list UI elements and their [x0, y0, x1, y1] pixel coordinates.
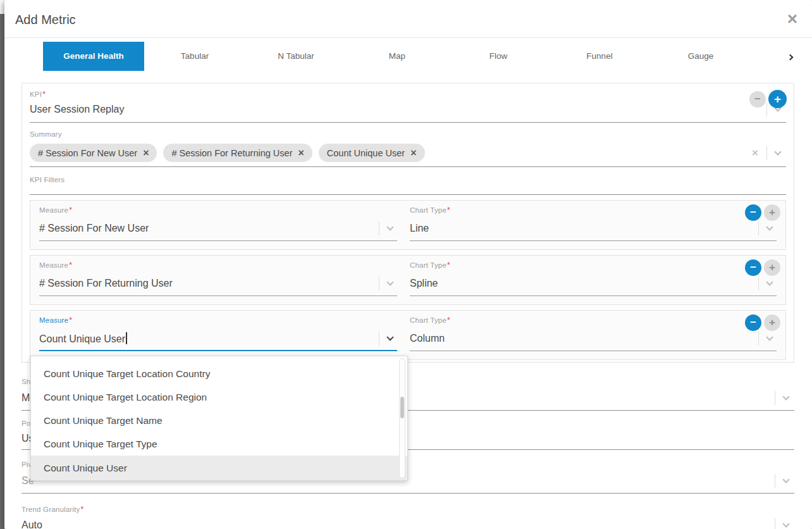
required-mark: * [69, 206, 72, 215]
add-measure-button[interactable]: + [764, 204, 780, 221]
measure-select[interactable]: # Session For New User [39, 216, 397, 241]
chart-type-select[interactable]: Line [410, 216, 777, 241]
trend-granularity-field: Trend Granularity* Auto [22, 505, 794, 529]
kpi-value: User Session Replay [30, 104, 766, 115]
chart-type-field: Chart Type* Line [410, 206, 777, 241]
text-cursor [126, 332, 127, 344]
tab-flow[interactable]: Flow [448, 42, 549, 71]
divider [758, 221, 759, 235]
measure-select[interactable]: # Session For Returning User [39, 271, 397, 296]
add-kpi-button[interactable]: + [768, 90, 787, 108]
divider [775, 518, 775, 529]
required-mark: * [42, 90, 46, 99]
divider [379, 332, 379, 345]
tab-tabular[interactable]: Tabular [144, 42, 245, 71]
remove-measure-button[interactable]: − [745, 204, 761, 221]
chart-type-label: Chart Type* [410, 316, 777, 326]
tab-general-health[interactable]: General Health [43, 42, 144, 71]
dialog-title: Add Metric [15, 13, 797, 27]
divider [775, 391, 775, 405]
dropdown-item[interactable]: Count Unique Target Name [31, 409, 407, 432]
kpi-filters-field: KPI Filters [30, 176, 786, 195]
trend-granularity-value: Auto [22, 520, 775, 529]
required-mark: * [447, 316, 450, 325]
divider [758, 277, 759, 290]
chart-type-label: Chart Type* [410, 261, 777, 271]
required-mark: * [69, 261, 72, 270]
page-backdrop [0, 14, 4, 529]
kpi-field: KPI* User Session Replay [30, 90, 786, 123]
chip-label: Count Unique User [327, 148, 405, 158]
kpi-filters-input[interactable] [30, 186, 786, 195]
dropdown-item-selected[interactable]: Count Unique User [31, 456, 407, 481]
chevron-down-icon[interactable] [766, 333, 773, 340]
dropdown-scrollbar-thumb[interactable] [400, 397, 404, 418]
chart-type-select[interactable]: Spline [410, 271, 777, 296]
chip-remove-icon[interactable]: × [410, 148, 416, 158]
measure-field: Measure* Count Unique User [39, 316, 397, 351]
divider [775, 474, 775, 488]
dropdown-item[interactable]: Count Unique Target Location Region [31, 385, 407, 409]
summary-chip: Count Unique User× [319, 144, 425, 162]
measure-row-actions: − + [745, 204, 780, 221]
measure-value: # Session For New User [39, 223, 379, 234]
chart-type-field: Chart Type* Spline [410, 261, 777, 296]
measure-label: Measure* [39, 316, 397, 326]
measure-combobox-input[interactable]: Count Unique User [39, 326, 397, 351]
required-mark: * [80, 505, 83, 514]
measure-field: Measure* # Session For Returning User [39, 261, 397, 296]
measure-label: Measure* [39, 206, 397, 216]
measure-value: Count Unique User [39, 332, 379, 345]
chart-type-select[interactable]: Column [410, 326, 777, 351]
dropdown-scrollbar[interactable] [399, 358, 405, 478]
chevron-down-icon[interactable] [386, 278, 393, 285]
divider [766, 146, 767, 160]
measure-value: # Session For Returning User [39, 278, 379, 289]
clear-all-icon[interactable]: × [752, 147, 758, 158]
divider [379, 221, 379, 235]
chip-remove-icon[interactable]: × [298, 148, 304, 158]
dropdown-item-clipped[interactable]: Count Unique Target Location City [31, 356, 407, 362]
trend-granularity-select[interactable]: Auto [22, 515, 794, 529]
add-measure-button[interactable]: + [764, 314, 780, 331]
tab-funnel[interactable]: Funnel [549, 42, 650, 71]
required-mark: * [447, 261, 450, 270]
kpi-group-actions: − + [749, 90, 787, 108]
add-measure-button[interactable]: + [764, 259, 780, 276]
kpi-select[interactable]: User Session Replay [30, 100, 786, 123]
remove-kpi-button[interactable]: − [749, 91, 766, 108]
dropdown-item[interactable]: Count Unique Target Location Country [31, 362, 407, 385]
summary-multiselect[interactable]: # Session For New User× # Session For Re… [30, 140, 786, 167]
summary-chip: # Session For New User× [30, 144, 157, 162]
chevron-down-icon[interactable] [766, 278, 773, 285]
kpi-label: KPI* [30, 90, 786, 100]
chevron-down-icon[interactable] [386, 333, 393, 340]
close-icon[interactable]: × [787, 10, 797, 28]
measure-row-focused: − + Measure* Count Unique User Chart Typ… [30, 310, 786, 360]
tab-n-tabular[interactable]: N Tabular [245, 42, 347, 71]
chevron-down-icon[interactable] [386, 223, 393, 230]
tab-gauge[interactable]: Gauge [650, 42, 751, 71]
chevron-down-icon[interactable] [774, 148, 781, 155]
chip-remove-icon[interactable]: × [143, 148, 149, 158]
remove-measure-button[interactable]: − [745, 314, 761, 331]
summary-chip: # Session For Returning User× [163, 144, 312, 162]
kpi-group-box: − + KPI* User Session Replay Summary # [22, 83, 794, 363]
chevron-down-icon[interactable] [782, 520, 789, 527]
chevron-down-icon[interactable] [782, 476, 789, 483]
trend-granularity-label: Trend Granularity* [22, 505, 794, 515]
divider [758, 332, 759, 345]
tab-bar: General Health Tabular N Tabular Map Flo… [43, 42, 797, 71]
chip-label: # Session For Returning User [171, 148, 292, 158]
dialog-header: Add Metric × [4, 0, 812, 38]
tab-map[interactable]: Map [347, 42, 448, 71]
remove-measure-button[interactable]: − [745, 259, 761, 276]
measure-row: − + Measure* # Session For Returning Use… [30, 255, 786, 305]
tabs-scroll-next-button[interactable] [783, 47, 797, 66]
chevron-down-icon[interactable] [782, 393, 789, 400]
chevron-right-icon [787, 54, 794, 61]
required-mark: * [69, 316, 72, 325]
dropdown-item[interactable]: Count Unique Target Type [31, 432, 407, 456]
kpi-filters-label: KPI Filters [30, 176, 786, 186]
chevron-down-icon[interactable] [766, 223, 773, 230]
